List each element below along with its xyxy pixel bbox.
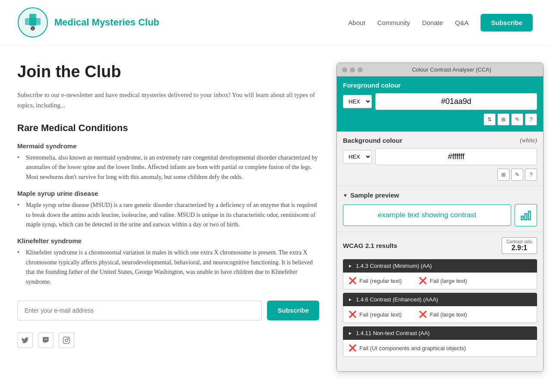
rule-1-4-6-triangle: ► [348, 297, 352, 302]
wcag-rule-1-4-3: ► 1.4.3 Contrast (Minimum) (AA) ❌ Fail (… [343, 259, 537, 289]
right-column: Colour Contrast Analyser (CCA) Foregroun… [336, 63, 535, 372]
main-nav: About Community Donate Q&A Subscribe [348, 14, 533, 31]
chart-icon-box[interactable] [515, 204, 537, 226]
wcag-rule-1-4-6-header[interactable]: ► 1.4.6 Contrast (Enhanced) (AAA) [343, 293, 537, 306]
wcag-rule-1-4-3-results: ❌ Fail (regular text) ❌ Fail (large text… [343, 273, 537, 289]
fg-eyedropper-icon[interactable]: ✎ [511, 113, 523, 125]
fg-help-icon[interactable]: ? [525, 113, 537, 125]
condition-1: Maple syrup urine disease Maple syrup ur… [17, 190, 319, 229]
fg-label: Foreground colour [343, 82, 537, 89]
fg-swap-icon[interactable]: ⇅ [484, 113, 496, 125]
sample-preview-header: ▼ Sample preview [343, 191, 537, 199]
contrast-ratio-label: Contrast ratio [506, 239, 532, 244]
main-layout: Join the Club Subscribe to our e-newslet… [0, 45, 550, 389]
page-title: Join the Club [17, 63, 319, 81]
rule-1-4-11-triangle: ► [348, 331, 352, 336]
nav-qa[interactable]: Q&A [455, 19, 469, 26]
rule-1-4-3-result-large: ❌ Fail (large text) [419, 277, 467, 285]
cca-title: Colour Contrast Analyser (CCA) [365, 66, 538, 73]
titlebar-dot-3 [358, 67, 363, 72]
titlebar-dot-2 [350, 67, 355, 72]
wcag-rule-1-4-11: ► 1.4.11 Non-text Contrast (AA) ❌ Fail (… [343, 326, 537, 357]
sample-text-box: example text showing contrast [343, 204, 511, 226]
bg-tool-icons: ⊞ ✎ ? [343, 169, 537, 181]
conditions-list: Mermaid syndrome Sirenomelia, also known… [17, 142, 319, 287]
wcag-rule-1-4-6-results: ❌ Fail (regular text) ❌ Fail (large text… [343, 306, 537, 323]
header: + Medical Mysteries Club About Community… [0, 0, 550, 45]
rule-1-4-3-result-regular: ❌ Fail (regular text) [349, 277, 402, 285]
condition-1-title: Maple syrup urine disease [17, 190, 319, 197]
fg-section: Foreground colour HEX RGB HSL ⇅ ⊞ ✎ ? [337, 76, 543, 132]
wcag-rule-1-4-11-results: ❌ Fail (UI components and graphical obje… [343, 340, 537, 357]
result-label-3: Fail (regular text) [359, 311, 402, 318]
nav-donate[interactable]: Donate [422, 19, 443, 26]
conditions-section-title: Rare Medical Conditions [17, 122, 319, 134]
rule-1-4-3-label: 1.4.3 Contrast (Minimum) (AA) [356, 263, 432, 269]
intro-text: Subscribe to our e-newsletter and have m… [17, 90, 319, 110]
rule-1-4-3-triangle: ► [348, 263, 352, 268]
fail-icon-5: ❌ [349, 344, 357, 352]
fail-icon-3: ❌ [349, 310, 357, 318]
fg-tool-icons: ⇅ ⊞ ✎ ? [343, 113, 537, 125]
bg-eyedropper-icon[interactable]: ✎ [511, 169, 523, 181]
rule-1-4-6-label: 1.4.6 Contrast (Enhanced) (AAA) [356, 296, 438, 303]
preview-collapse-icon[interactable]: ▼ [343, 193, 348, 198]
rule-1-4-11-label: 1.4.11 Non-text Contrast (AA) [356, 330, 430, 336]
condition-2-title: Klinefelter syndrome [17, 237, 319, 245]
twitch-icon[interactable] [38, 332, 53, 348]
email-section: Subscribe [17, 301, 319, 320]
cca-window: Colour Contrast Analyser (CCA) Foregroun… [336, 63, 544, 372]
wcag-label: WCAG 2.1 results [343, 242, 397, 249]
sample-preview-inner: example text showing contrast [343, 204, 537, 226]
bg-input-row: HEX RGB HSL [343, 148, 537, 165]
fail-icon-1: ❌ [349, 277, 357, 285]
rule-1-4-6-result-large: ❌ Fail (large text) [419, 310, 467, 318]
contrast-ratio-box: Contrast ratio 2.9:1 [502, 237, 537, 254]
fg-format-select[interactable]: HEX RGB HSL [343, 95, 372, 108]
wcag-rule-1-4-11-header[interactable]: ► 1.4.11 Non-text Contrast (AA) [343, 326, 537, 340]
fg-settings-icon[interactable]: ⊞ [497, 113, 509, 125]
site-title: Medical Mysteries Club [54, 17, 159, 28]
svg-rect-5 [63, 337, 70, 343]
condition-2: Klinefelter syndrome Klinefelter syndrom… [17, 237, 319, 287]
nav-community[interactable]: Community [377, 19, 410, 26]
email-subscribe-button[interactable]: Subscribe [267, 301, 319, 320]
condition-1-desc: Maple syrup urine disease (MSUD) is a ra… [17, 201, 319, 229]
condition-0-desc: Sirenomelia, also known as mermaid syndr… [17, 153, 319, 182]
logo-area: + Medical Mysteries Club [17, 7, 159, 38]
bg-hex-input[interactable] [375, 148, 537, 165]
bg-help-icon[interactable]: ? [525, 169, 537, 181]
bg-label: Background colour [343, 137, 402, 144]
condition-2-desc: Klinefelter syndrome is a chromosomal va… [17, 248, 319, 287]
twitter-icon[interactable] [17, 332, 33, 348]
svg-point-7 [68, 338, 69, 339]
svg-rect-8 [522, 216, 524, 220]
logo-icon: + [17, 7, 48, 38]
cca-titlebar: Colour Contrast Analyser (CCA) [337, 63, 543, 76]
contrast-ratio-value: 2.9:1 [506, 244, 532, 252]
bg-section: Background colour (white) HEX RGB HSL ⊞ [337, 132, 543, 186]
svg-point-6 [65, 339, 68, 342]
bg-settings-icon[interactable]: ⊞ [497, 169, 509, 181]
fail-icon-4: ❌ [419, 310, 427, 318]
fg-hex-input[interactable] [375, 93, 537, 110]
header-subscribe-button[interactable]: Subscribe [481, 14, 533, 31]
fg-input-row: HEX RGB HSL [343, 93, 537, 110]
wcag-rule-1-4-3-header[interactable]: ► 1.4.3 Contrast (Minimum) (AA) [343, 259, 537, 273]
wcag-header-row: WCAG 2.1 results Contrast ratio 2.9:1 [343, 237, 537, 254]
svg-rect-9 [525, 214, 527, 220]
result-label-1: Fail (regular text) [359, 278, 402, 284]
email-input[interactable] [17, 301, 262, 320]
rule-1-4-6-result-regular: ❌ Fail (regular text) [349, 310, 402, 318]
social-icons [17, 332, 319, 348]
bg-format-select[interactable]: HEX RGB HSL [343, 150, 372, 163]
svg-rect-2 [25, 18, 41, 25]
sample-preview-section: ▼ Sample preview example text showing co… [337, 186, 543, 232]
nav-about[interactable]: About [348, 19, 365, 26]
bg-label-row: Background colour (white) [343, 137, 537, 144]
left-column: Join the Club Subscribe to our e-newslet… [17, 63, 319, 372]
result-label-4: Fail (large text) [430, 311, 467, 318]
instagram-icon[interactable] [59, 332, 74, 348]
svg-rect-10 [528, 211, 531, 220]
condition-0: Mermaid syndrome Sirenomelia, also known… [17, 142, 319, 182]
